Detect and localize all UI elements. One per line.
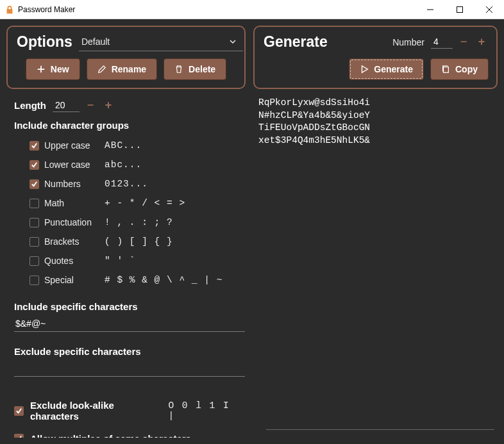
generate-panel-header: Generate Number − + Generate — [253, 26, 498, 89]
length-label: Length — [14, 100, 46, 111]
allow-multiples-row[interactable]: Allow multiples of same characters — [14, 433, 242, 438]
group-sample: " ' ` — [105, 256, 136, 266]
group-sample: 0123... — [105, 179, 148, 189]
group-sample: abc... — [105, 160, 142, 170]
number-increment[interactable]: + — [475, 35, 489, 49]
number-label: Number — [392, 37, 424, 47]
length-decrement[interactable]: − — [83, 98, 97, 112]
generate-button-label: Generate — [374, 64, 413, 74]
minimize-button[interactable] — [416, 0, 445, 19]
lock-icon — [5, 5, 14, 14]
length-input[interactable] — [53, 99, 80, 112]
group-label: Math — [44, 198, 105, 208]
exclude-lookalike-row[interactable]: Exclude look-alike characters O 0 l 1 I … — [14, 400, 242, 422]
copy-button-label: Copy — [455, 64, 478, 74]
generated-output[interactable]: RqPkorLyxw@sdSsiHo4i N#hzCLP&Ya4b&5&yioe… — [258, 97, 494, 147]
number-decrement[interactable]: − — [457, 35, 471, 49]
close-button[interactable] — [475, 0, 504, 19]
generate-title: Generate — [264, 33, 328, 51]
pencil-icon — [97, 65, 106, 74]
generate-button[interactable]: Generate — [349, 58, 424, 80]
group-label: Punctuation — [44, 217, 105, 227]
group-sample: ! , . : ; ? — [105, 217, 173, 227]
exclude-lookalike-label: Exclude look-alike characters — [30, 400, 162, 422]
group-sample: ( ) [ ] { } — [105, 236, 173, 247]
options-title: Options — [17, 33, 72, 51]
plus-icon — [37, 65, 46, 74]
group-label: Numbers — [44, 179, 105, 189]
include-specific-input[interactable] — [14, 317, 245, 332]
exclude-lookalike-sample: O 0 l 1 I | — [168, 400, 242, 421]
exclude-lookalike-checkbox[interactable] — [14, 406, 24, 416]
allow-multiples-label: Allow multiples of same characters — [30, 433, 191, 438]
play-icon — [360, 65, 369, 74]
delete-button[interactable]: Delete — [164, 58, 226, 80]
group-checkbox[interactable] — [29, 218, 39, 227]
rename-button-label: Rename — [112, 64, 146, 74]
options-panel-header: Options New — [6, 26, 246, 89]
copy-icon — [441, 65, 450, 74]
group-row[interactable]: Quotes" ' ` — [29, 251, 242, 270]
group-row[interactable]: Numbers0123... — [29, 174, 242, 193]
allow-multiples-checkbox[interactable] — [14, 434, 24, 438]
group-row[interactable]: Punctuation! , . : ; ? — [29, 213, 242, 232]
group-sample: + - * / < = > — [105, 198, 185, 208]
include-specific-label: Include specific characters — [14, 301, 242, 312]
group-label: Lower case — [44, 160, 105, 170]
exclude-specific-input[interactable] — [14, 362, 245, 377]
group-label: Upper case — [44, 140, 105, 151]
group-label: Quotes — [44, 256, 105, 266]
group-sample: ABC... — [105, 140, 142, 151]
maximize-button[interactable] — [445, 0, 475, 19]
group-checkbox[interactable] — [29, 199, 39, 208]
group-row[interactable]: Brackets( ) [ ] { } — [29, 232, 242, 251]
group-row[interactable]: Upper caseABC... — [29, 136, 242, 155]
new-button-label: New — [51, 64, 69, 74]
trash-icon — [174, 65, 183, 74]
copy-button[interactable]: Copy — [430, 58, 489, 80]
groups-heading: Include character groups — [14, 120, 242, 131]
group-checkbox[interactable] — [29, 256, 39, 266]
group-checkbox[interactable] — [29, 141, 39, 151]
number-input[interactable] — [431, 35, 453, 49]
exclude-specific-label: Exclude specific characters — [14, 346, 242, 357]
profile-select[interactable] — [79, 33, 243, 51]
new-button[interactable]: New — [26, 58, 80, 80]
group-checkbox[interactable] — [29, 160, 39, 170]
group-row[interactable]: Special# $ % & @ \ ^ _ | ~ — [29, 270, 242, 290]
output-divider — [266, 429, 494, 430]
delete-button-label: Delete — [189, 64, 215, 74]
group-sample: # $ % & @ \ ^ _ | ~ — [105, 275, 223, 285]
group-row[interactable]: Math+ - * / < = > — [29, 193, 242, 213]
group-checkbox[interactable] — [29, 275, 39, 285]
group-row[interactable]: Lower caseabc... — [29, 155, 242, 174]
rename-button[interactable]: Rename — [87, 58, 157, 80]
svg-rect-1 — [444, 67, 449, 73]
group-label: Special — [44, 275, 105, 285]
group-checkbox[interactable] — [29, 179, 39, 189]
length-increment[interactable]: + — [101, 98, 115, 112]
group-checkbox[interactable] — [29, 237, 39, 247]
title-bar: Password Maker — [0, 0, 504, 19]
group-label: Brackets — [44, 236, 105, 247]
window-title: Password Maker — [18, 5, 75, 14]
svg-rect-0 — [457, 6, 463, 12]
